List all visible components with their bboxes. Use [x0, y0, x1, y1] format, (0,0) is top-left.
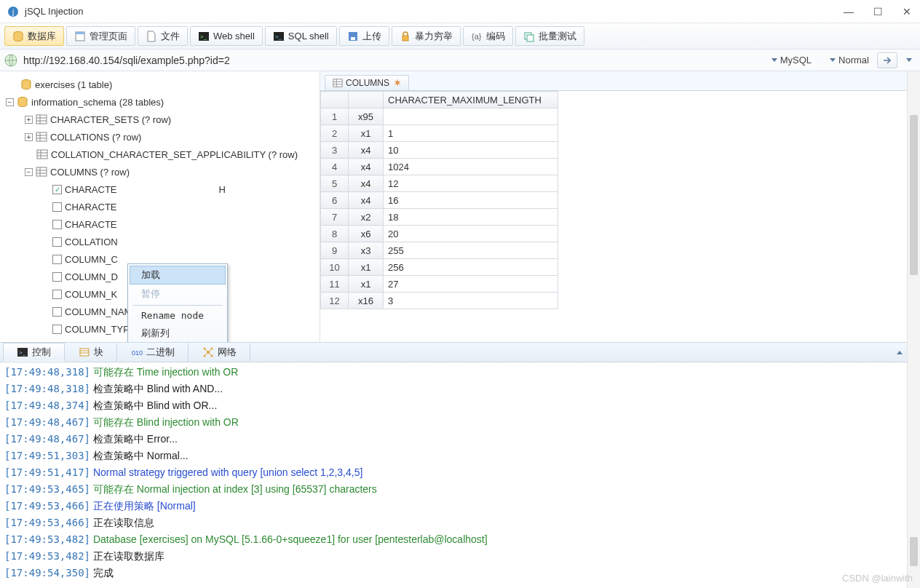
column-node[interactable]: COLLATION	[0, 233, 320, 250]
strategy-dropdown[interactable]: Normal	[820, 52, 876, 68]
bottom-tab-binary[interactable]: 010二进制	[117, 343, 189, 362]
table-row[interactable]: 10x1256	[321, 259, 558, 276]
row-value: 18	[384, 209, 558, 226]
close-tab-icon[interactable]: ✶	[394, 78, 401, 88]
table-row[interactable]: 1x95	[321, 108, 558, 125]
table-row[interactable]: 7x218	[321, 209, 558, 226]
table-row[interactable]: 6x416	[321, 192, 558, 209]
row-value: 255	[384, 242, 558, 259]
window-title: jSQL Injection	[25, 6, 843, 17]
svg-rect-4	[76, 32, 84, 34]
checkbox[interactable]	[52, 272, 62, 282]
log-line: [17:49:53,466] 正在读取信息	[4, 514, 916, 531]
bottom-tab-network[interactable]: 网络	[189, 343, 250, 362]
expand-icon[interactable]: +	[25, 116, 33, 124]
checkbox[interactable]	[52, 255, 62, 264]
row-count: x1	[349, 125, 384, 142]
tab-sql-shell-label: SQL shell	[288, 31, 329, 41]
row-value	[384, 108, 558, 125]
scrollbar-thumb[interactable]	[910, 537, 918, 566]
svg-rect-22	[333, 79, 342, 87]
tab-batch[interactable]: 批量测试	[515, 26, 584, 46]
close-button[interactable]: ✕	[901, 6, 913, 17]
column-label: CHARACTE	[65, 202, 117, 212]
bottom-tab-label: 控制	[32, 346, 51, 359]
tab-batch-label: 批量测试	[539, 30, 576, 43]
table-row[interactable]: 5x412	[321, 175, 558, 192]
checkbox[interactable]	[52, 185, 62, 194]
lock-icon	[400, 31, 411, 42]
scrollbar[interactable]	[907, 71, 920, 588]
bottom-tab-label: 二进制	[146, 346, 175, 359]
ctx-rename[interactable]: Rename node	[130, 307, 226, 324]
panel-up-button[interactable]	[897, 351, 903, 354]
data-tab-columns[interactable]: COLUMNS ✶	[325, 75, 409, 90]
checkbox[interactable]	[52, 325, 62, 334]
column-label: COLUMN_TYPE	[65, 324, 136, 335]
bottom-tab-chunk[interactable]: 块	[65, 343, 117, 362]
db-count: (28 tables)	[119, 97, 164, 108]
table-node[interactable]: +CHARACTER_SETS (? row)	[0, 111, 320, 128]
tab-encode[interactable]: {a}编码	[463, 26, 513, 46]
table-node[interactable]: +COLLATIONS (? row)	[0, 128, 320, 146]
table-row[interactable]: 4x41024	[321, 159, 558, 175]
tab-admin-page[interactable]: 管理页面	[66, 26, 135, 46]
tab-web-shell[interactable]: >_Web shell	[190, 26, 263, 46]
checkbox[interactable]	[52, 290, 62, 299]
row-number: 9	[321, 242, 349, 259]
checkbox[interactable]	[52, 237, 62, 247]
tab-upload[interactable]: 上传	[339, 26, 389, 46]
tab-database[interactable]: 数据库	[4, 26, 64, 46]
table-node-columns[interactable]: −COLUMNS (? row)	[0, 163, 320, 180]
go-dropdown[interactable]	[899, 56, 916, 64]
db-node-exercises[interactable]: exercises (1 table)	[0, 76, 320, 93]
table-row[interactable]: 11x127	[321, 276, 558, 293]
table-row[interactable]: 8x620	[321, 226, 558, 242]
checkbox[interactable]	[52, 307, 62, 317]
context-menu: 加载 暂停 Rename node 刷新列 选择所有 反选所有	[127, 263, 228, 342]
column-node[interactable]: CHARACTEH	[0, 180, 320, 198]
table-row[interactable]: 2x11	[321, 125, 558, 142]
table-row[interactable]: 9x3255	[321, 242, 558, 259]
col-header-blank[interactable]	[349, 92, 384, 108]
col-header[interactable]: CHARACTER_MAXIMUM_LENGTH	[384, 92, 558, 108]
table-node[interactable]: COLLATION_CHARACTER_SET_APPLICABILITY (?…	[0, 146, 320, 163]
minimize-button[interactable]: —	[843, 6, 854, 17]
row-value: 256	[384, 259, 558, 276]
scrollbar-thumb[interactable]	[910, 115, 918, 275]
column-node[interactable]: CHARACTE	[0, 198, 320, 215]
tab-file-label: 文件	[161, 30, 180, 43]
table-row[interactable]: 3x410	[321, 142, 558, 159]
tab-admin-page-label: 管理页面	[90, 30, 127, 43]
database-icon	[17, 96, 28, 108]
row-count: x3	[349, 242, 384, 259]
ctx-load[interactable]: 加载	[130, 266, 226, 285]
tab-sql-shell[interactable]: >_SQL shell	[265, 26, 337, 46]
app-logo-icon: j	[7, 6, 19, 17]
db-type-dropdown[interactable]: MySQL	[761, 52, 818, 68]
ctx-refresh[interactable]: 刷新列	[130, 324, 226, 342]
db-node-information-schema[interactable]: − information_schema (28 tables)	[0, 93, 320, 111]
col-header-blank[interactable]	[321, 92, 349, 108]
row-number: 12	[321, 293, 349, 309]
console-log[interactable]: [17:49:48,318] 可能存在 Time injection with …	[0, 362, 920, 588]
maximize-button[interactable]: ☐	[872, 6, 884, 17]
expand-icon[interactable]: +	[25, 133, 33, 141]
url-input[interactable]	[20, 53, 761, 68]
column-node[interactable]: CHARACTE	[0, 215, 320, 233]
svg-rect-11	[402, 36, 408, 41]
table-row[interactable]: 12x163	[321, 293, 558, 309]
checkbox[interactable]	[52, 202, 62, 212]
tab-file[interactable]: 文件	[138, 26, 188, 46]
list-icon	[79, 346, 90, 358]
tab-encode-label: 编码	[486, 30, 505, 43]
svg-text:{a}: {a}	[472, 32, 482, 41]
bottom-tab-console[interactable]: >_控制	[3, 343, 65, 362]
checkbox[interactable]	[52, 220, 62, 229]
tab-bruteforce[interactable]: 暴力穷举	[392, 26, 461, 46]
go-button[interactable]	[877, 52, 897, 68]
collapse-icon[interactable]: −	[25, 168, 33, 176]
svg-text:010: 010	[132, 349, 143, 357]
row-count: x2	[349, 209, 384, 226]
collapse-icon[interactable]: −	[6, 98, 14, 106]
